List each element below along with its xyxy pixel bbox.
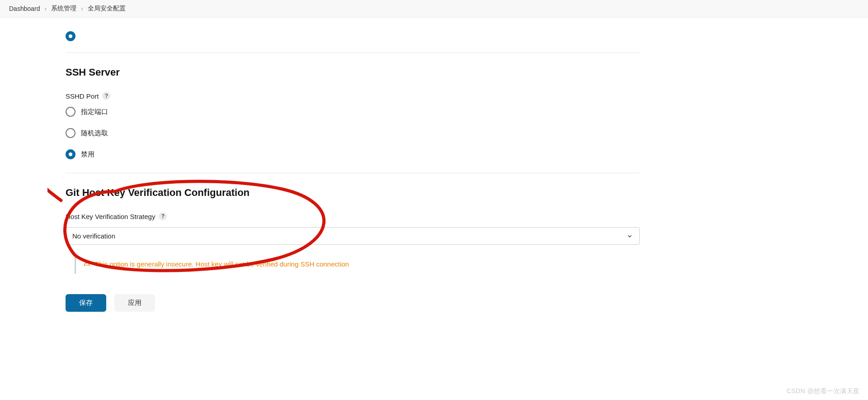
main-content: SSH Server SSHD Port ? 指定端口 随机选取 禁用 Git … [0, 18, 705, 348]
radio-label: 随机选取 [81, 129, 108, 138]
apply-button[interactable]: 应用 [114, 294, 155, 312]
sshd-port-label: SSHD Port [66, 92, 99, 100]
breadcrumb-item-system[interactable]: 系统管理 [51, 5, 76, 13]
hostkey-strategy-select[interactable]: No verification [66, 227, 640, 245]
ssh-server-heading: SSH Server [66, 67, 640, 78]
warning-message: This option is generally insecure. Host … [75, 254, 640, 274]
chevron-right-icon: › [45, 5, 47, 12]
breadcrumb-item-security[interactable]: 全局安全配置 [88, 5, 126, 13]
hostkey-strategy-label: Host Key Verification Strategy [66, 213, 155, 220]
save-button[interactable]: 保存 [66, 294, 106, 312]
radio-option-random-port[interactable]: 随机选取 [66, 128, 640, 138]
chevron-right-icon: › [81, 5, 83, 12]
warning-icon [83, 259, 90, 268]
section-divider [66, 52, 640, 53]
radio-icon [66, 149, 75, 159]
select-value: No verification [72, 232, 115, 240]
radio-option-disable[interactable]: 禁用 [66, 149, 640, 159]
chevron-down-icon [627, 233, 633, 239]
form-actions: 保存 应用 [66, 294, 640, 312]
help-icon[interactable]: ? [102, 92, 110, 100]
section-divider [66, 173, 640, 173]
warning-text: This option is generally insecure. Host … [95, 260, 349, 268]
radio-option-partial[interactable] [66, 31, 75, 41]
radio-label: 禁用 [81, 150, 94, 159]
breadcrumb-item-dashboard[interactable]: Dashboard [9, 5, 40, 12]
radio-option-fixed-port[interactable]: 指定端口 [66, 107, 640, 117]
radio-icon [66, 128, 75, 138]
radio-label: 指定端口 [81, 108, 108, 116]
radio-icon [66, 107, 75, 117]
help-icon[interactable]: ? [159, 212, 167, 220]
git-hostkey-heading: Git Host Key Verification Configuration [66, 187, 640, 199]
sshd-port-radio-group: 指定端口 随机选取 禁用 [66, 107, 640, 159]
breadcrumb: Dashboard › 系统管理 › 全局安全配置 [0, 0, 868, 18]
